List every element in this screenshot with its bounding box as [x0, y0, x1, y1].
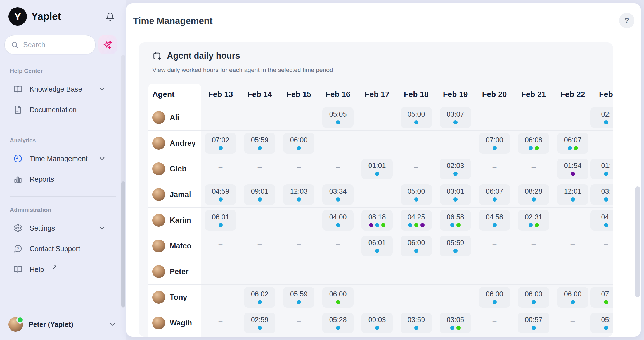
empty-cell-dash: – — [553, 111, 592, 120]
daily-hours-cell[interactable]: 01:54 — [557, 159, 588, 179]
empty-cell-dash: – — [318, 240, 357, 248]
daily-hours-cell[interactable]: 03:01 — [440, 184, 471, 205]
daily-hours-cell[interactable]: 06:00 — [283, 133, 314, 154]
row-divider — [148, 130, 613, 131]
daily-hours-cell[interactable]: 06:58 — [440, 210, 471, 231]
daily-hours-cell[interactable]: 06:00 — [322, 287, 354, 308]
daily-hours-cell[interactable]: 06:01 — [361, 236, 393, 256]
daily-hours-cell[interactable]: 06:01 — [205, 210, 236, 231]
search-box[interactable] — [4, 35, 96, 54]
session-dots — [205, 197, 236, 202]
sidebar-item-settings[interactable]: Settings — [0, 218, 126, 238]
daily-hours-cell[interactable]: 07:00 — [479, 133, 510, 154]
sidebar-item-knowledge-base[interactable]: Knowledge Base — [0, 79, 126, 99]
daily-hours-cell[interactable]: 04:00 — [322, 210, 354, 231]
daily-hours-cell[interactable]: 02:59 — [244, 313, 275, 333]
daily-hours-cell[interactable]: 05:28 — [322, 313, 354, 333]
daily-hours-cell[interactable]: 06:08 — [518, 133, 549, 154]
card-subtitle: View daily worked hours for each agent i… — [152, 66, 333, 74]
user-avatar — [8, 317, 23, 332]
daily-hours-cell[interactable]: 06:02 — [244, 287, 275, 308]
daily-hours-cell[interactable]: 03:05 — [440, 313, 471, 333]
daily-hours-cell[interactable]: 05:59 — [283, 287, 314, 308]
daily-hours-cell[interactable]: 06:00 — [518, 287, 549, 308]
daily-hours-cell[interactable]: 06:00 — [401, 236, 432, 256]
sidebar-section-label: Administration — [0, 203, 126, 218]
daily-hours-cell[interactable]: 05: — [590, 313, 613, 333]
sidebar-item-label: Settings — [30, 224, 55, 232]
worked-hours-value: 04:59 — [205, 187, 236, 195]
blue-session-dot — [414, 197, 418, 202]
worked-hours-value: 06:00 — [322, 290, 354, 298]
empty-cell-dash: – — [357, 188, 397, 197]
row-divider — [148, 233, 613, 233]
daily-hours-cell[interactable]: 07:02 — [205, 133, 236, 154]
session-dots — [590, 223, 613, 227]
daily-hours-cell[interactable]: 01: — [590, 159, 613, 179]
sidebar-item-contact-support[interactable]: ?Contact Support — [0, 238, 126, 259]
notifications-bell-icon[interactable] — [106, 12, 115, 22]
user-menu[interactable]: Peter (Yaplet) — [8, 314, 120, 335]
daily-hours-cell[interactable]: 02: — [590, 107, 613, 128]
help-circle-button[interactable]: ? — [619, 13, 634, 28]
blue-session-dot — [604, 326, 608, 330]
empty-cell-dash: – — [201, 111, 240, 120]
empty-cell-dash: – — [436, 291, 475, 300]
sidebar-item-reports[interactable]: Reports — [0, 169, 126, 190]
daily-hours-cell[interactable]: 05:05 — [322, 107, 354, 128]
daily-hours-cell[interactable]: 02:03 — [440, 159, 471, 179]
worked-hours-value: 05:59 — [244, 136, 275, 144]
daily-hours-cell[interactable]: 02:31 — [518, 210, 549, 231]
daily-hours-cell[interactable]: 03:07 — [440, 107, 471, 128]
search-input[interactable] — [23, 40, 92, 49]
daily-hours-cell[interactable]: 12:01 — [557, 184, 588, 205]
ai-sparkle-button[interactable] — [98, 35, 117, 54]
blue-session-dot — [450, 326, 454, 330]
sidebar-item-documentation[interactable]: Documentation — [0, 99, 126, 120]
worked-hours-value: 01:01 — [361, 162, 393, 170]
daily-hours-cell[interactable]: 07: — [590, 287, 613, 308]
page-title: Time Management — [133, 16, 212, 26]
sidebar-item-help[interactable]: Help — [0, 259, 126, 280]
daily-hours-cell[interactable]: 04: — [590, 210, 613, 231]
session-dots — [557, 146, 588, 150]
empty-cell-dash: – — [279, 265, 318, 274]
daily-hours-cell[interactable]: 00:57 — [518, 313, 549, 333]
sidebar-divider — [10, 196, 116, 197]
daily-hours-cell[interactable]: 01:01 — [361, 159, 393, 179]
daily-hours-cell[interactable]: 08:28 — [518, 184, 549, 205]
session-dots — [283, 197, 314, 202]
daily-hours-cell[interactable]: 06:07 — [557, 133, 588, 154]
daily-hours-cell[interactable]: 06:07 — [479, 184, 510, 205]
worked-hours-value: 06:00 — [283, 136, 314, 144]
session-dots — [557, 172, 588, 176]
blue-session-dot — [571, 300, 575, 304]
daily-hours-cell[interactable]: 03:34 — [322, 184, 354, 205]
daily-hours-cell[interactable]: 03:59 — [401, 313, 432, 333]
sidebar-item-time-management[interactable]: Time Management — [0, 148, 126, 169]
daily-hours-cell[interactable]: 06:00 — [557, 287, 588, 308]
daily-hours-cell[interactable]: 09:01 — [244, 184, 275, 205]
daily-hours-cell[interactable]: 05:00 — [401, 107, 432, 128]
column-header-date: Feb 20 — [475, 84, 514, 105]
main-scrollbar-thumb[interactable] — [635, 186, 640, 297]
chevron-down-icon — [98, 155, 106, 162]
sidebar-scrollbar-thumb[interactable] — [121, 181, 125, 307]
daily-hours-cell[interactable]: 05:59 — [244, 133, 275, 154]
empty-cell-dash: – — [357, 291, 397, 300]
daily-hours-cell[interactable]: 03: — [590, 184, 613, 205]
daily-hours-cell[interactable]: 06:00 — [479, 287, 510, 308]
blue-session-dot — [604, 197, 608, 202]
daily-hours-cell[interactable]: 04:59 — [205, 184, 236, 205]
session-dots — [322, 300, 354, 304]
daily-hours-cell[interactable]: 05:00 — [401, 184, 432, 205]
green-session-dot — [381, 223, 385, 227]
daily-hours-cell[interactable]: 05:59 — [440, 236, 471, 256]
daily-hours-cell[interactable]: 04:58 — [479, 210, 510, 231]
row-divider — [148, 182, 613, 182]
daily-hours-cell[interactable]: 09:03 — [361, 313, 393, 333]
daily-hours-cell[interactable]: 08:18 — [361, 210, 393, 231]
daily-hours-cell[interactable]: 04:25 — [401, 210, 432, 231]
page-header: Time Management ? — [126, 3, 641, 39]
daily-hours-cell[interactable]: 12:03 — [283, 184, 314, 205]
